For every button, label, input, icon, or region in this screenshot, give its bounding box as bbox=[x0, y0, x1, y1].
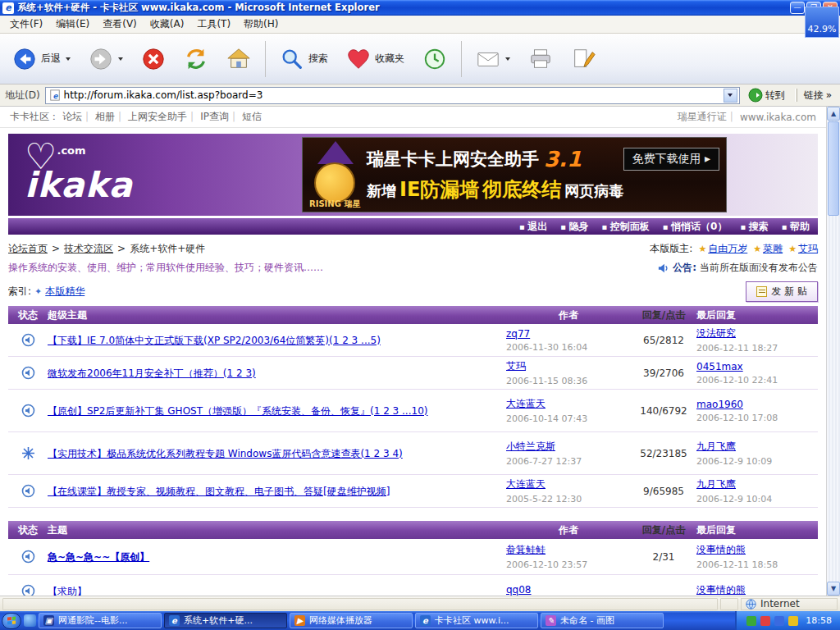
forward-dropdown-icon[interactable] bbox=[118, 57, 123, 61]
quicklink-forum[interactable]: 论坛 bbox=[62, 110, 92, 124]
thread-title-link[interactable]: 【求助】 bbox=[48, 586, 87, 596]
menu-file[interactable]: 文件(F) bbox=[3, 15, 49, 34]
tray-red-icon[interactable] bbox=[760, 616, 770, 626]
quicklink-assistant[interactable]: 上网安全助手 bbox=[128, 110, 197, 124]
quick-launch-icon[interactable] bbox=[24, 614, 36, 627]
back-button[interactable]: 后退 bbox=[8, 44, 75, 74]
print-button[interactable] bbox=[524, 44, 557, 74]
nav-search[interactable]: 搜索 bbox=[740, 220, 768, 234]
nav-private-message[interactable]: 悄悄话（0） bbox=[663, 220, 728, 234]
menu-edit[interactable]: 编辑(E) bbox=[49, 15, 96, 34]
stop-button[interactable] bbox=[137, 44, 170, 74]
menu-view[interactable]: 查看(V) bbox=[96, 15, 144, 34]
links-bar[interactable]: 链接 » bbox=[804, 89, 835, 103]
moderator-link[interactable]: 艾玛 bbox=[798, 242, 818, 256]
last-reply-link[interactable]: 没法研究 bbox=[696, 326, 818, 340]
scrollbar-track[interactable] bbox=[827, 217, 840, 582]
home-button[interactable] bbox=[222, 44, 255, 74]
quicklink-ikaka-home[interactable]: www.ikaka.com bbox=[740, 112, 816, 123]
last-reply-link[interactable]: 没事情的熊 bbox=[696, 583, 818, 596]
nav-logout[interactable]: 退出 bbox=[519, 220, 547, 234]
site-header-banner: ♡.com ikaka 瑞星卡卡上网安全助手 3.1 免费下载使用 bbox=[8, 134, 818, 216]
go-button[interactable]: 转到 bbox=[745, 88, 788, 103]
last-reply-link[interactable]: 0451max bbox=[696, 361, 818, 372]
moderator-link[interactable]: 菜雕 bbox=[763, 242, 783, 256]
task-label: 系统+软件+硬... bbox=[184, 614, 253, 627]
post-date: 2006-11-30 16:04 bbox=[506, 342, 631, 353]
start-button[interactable] bbox=[2, 613, 21, 629]
search-button[interactable]: 搜索 bbox=[276, 44, 332, 74]
last-reply-link[interactable]: 九月飞鹰 bbox=[696, 477, 818, 491]
board-description: 操作系统的安装、使用、维护；常用软件使用经验、技巧；硬件资讯…… bbox=[8, 261, 658, 275]
author-link[interactable]: 小特兰克斯 bbox=[506, 440, 631, 454]
menu-help[interactable]: 帮助(H) bbox=[237, 15, 285, 34]
breadcrumb-home[interactable]: 论坛首页 bbox=[8, 242, 60, 256]
col-super-topic: 超级主题 bbox=[48, 308, 506, 322]
task-button[interactable]: ✎ 未命名 - 画图 bbox=[541, 613, 664, 628]
task-button[interactable]: ▣ 网通影院--电影... bbox=[39, 613, 162, 628]
last-reply-link[interactable]: mao1960 bbox=[696, 399, 818, 410]
menu-tools[interactable]: 工具(T) bbox=[190, 15, 237, 34]
task-button[interactable]: e 卡卡社区 www.i... bbox=[415, 613, 538, 628]
scrollbar-thumb[interactable] bbox=[828, 121, 839, 216]
links-grip[interactable] bbox=[795, 89, 797, 102]
quicklink-ipquery[interactable]: IP查询 bbox=[200, 110, 239, 124]
links-label: 链接 bbox=[804, 89, 824, 103]
back-dropdown-icon[interactable] bbox=[66, 57, 71, 61]
scroll-up-button[interactable]: ▲ bbox=[827, 107, 840, 121]
mail-dropdown-icon[interactable] bbox=[505, 57, 510, 61]
author-link[interactable]: 艾玛 bbox=[506, 359, 631, 373]
forum-navbar: 退出 隐身 控制面板 悄悄话（0） 搜索 帮助 bbox=[8, 218, 818, 235]
table-row: 【实用技术】极品系统优化系列教程专题 Windows蓝屏代码含意速查表(1 2 … bbox=[8, 432, 818, 475]
quicklink-album[interactable]: 相册 bbox=[95, 110, 125, 124]
refresh-button[interactable] bbox=[180, 44, 212, 74]
moderator-link[interactable]: 自由万岁 bbox=[708, 242, 747, 256]
task-button[interactable]: ▶ 网络媒体播放器 bbox=[290, 613, 413, 628]
address-input[interactable] bbox=[64, 89, 720, 101]
logo-text: ikaka bbox=[25, 168, 133, 203]
thread-title-link[interactable]: 【原创】SP2后更新补丁集 GHOST（增强版）『系统安装、备份、恢复』(1 2… bbox=[48, 405, 427, 417]
thread-title-link[interactable]: 急~急~急~~【原创】 bbox=[48, 551, 149, 563]
mail-button[interactable] bbox=[472, 44, 514, 74]
quicklink-sms[interactable]: 短信 bbox=[242, 110, 262, 124]
author-link[interactable]: qq08 bbox=[506, 584, 631, 596]
last-reply-link[interactable]: 没事情的熊 bbox=[696, 543, 818, 557]
nav-invisible[interactable]: 隐身 bbox=[560, 220, 588, 234]
clock: 18:58 bbox=[806, 615, 832, 626]
breadcrumb-current: 系统+软件+硬件 bbox=[130, 242, 205, 256]
nav-control-panel[interactable]: 控制面板 bbox=[602, 220, 650, 234]
ikaka-logo[interactable]: ♡.com ikaka bbox=[25, 139, 133, 203]
menu-favorites[interactable]: 收藏(A) bbox=[144, 15, 191, 34]
thread-title-link[interactable]: 【下载】IE 7.0简体中文正式版下载(XP SP2/2003/64位简繁英)(… bbox=[48, 335, 381, 346]
tray-blue-icon[interactable] bbox=[774, 616, 784, 626]
thread-title-link[interactable]: 【在线课堂】教授专家、视频教程、图文教程、电子图书、答疑[硬盘维护视频] bbox=[48, 486, 390, 497]
thread-title-link[interactable]: 【实用技术】极品系统优化系列教程专题 Windows蓝屏代码含意速查表(1 2 … bbox=[48, 448, 403, 459]
vertical-scrollbar[interactable]: ▲ ▼ bbox=[826, 107, 840, 596]
nav-help[interactable]: 帮助 bbox=[782, 220, 810, 234]
new-post-button[interactable]: 发 新 贴 bbox=[746, 281, 818, 302]
post-date: 2006-11-15 08:36 bbox=[506, 376, 631, 386]
tray-shield-icon[interactable] bbox=[746, 616, 756, 626]
author-link[interactable]: 大连蓝天 bbox=[506, 477, 631, 491]
minimize-button[interactable]: — bbox=[790, 2, 805, 14]
task-button-active[interactable]: e 系统+软件+硬... bbox=[164, 613, 287, 628]
favorites-button[interactable]: 收藏夹 bbox=[342, 44, 409, 74]
ad-download-button[interactable]: 免费下载使用 ▸ bbox=[623, 148, 719, 171]
history-button[interactable] bbox=[418, 44, 451, 74]
quicklink-rising-pass[interactable]: 瑞星通行证 bbox=[678, 110, 737, 124]
tray-yellow-icon[interactable] bbox=[788, 616, 798, 626]
scroll-down-button[interactable]: ▼ bbox=[827, 582, 840, 596]
thread-title-link[interactable]: 微软发布2006年11月安全补丁（推荐）(1 2 3) bbox=[48, 368, 256, 379]
author-link[interactable]: 畚箕鲑鲑 bbox=[506, 543, 631, 557]
author-link[interactable]: 大连蓝天 bbox=[506, 397, 631, 411]
address-dropdown-button[interactable] bbox=[724, 89, 737, 103]
ad-banner[interactable]: 瑞星卡卡上网安全助手 3.1 免费下载使用 ▸ 新增 IE防漏墙 彻底终结 网页… bbox=[302, 137, 727, 212]
breadcrumb-section[interactable]: 技术交流区 bbox=[64, 242, 126, 256]
edit-button[interactable] bbox=[567, 44, 600, 74]
author-link[interactable]: zq77 bbox=[506, 328, 631, 340]
board-digest-link[interactable]: 本版精华 bbox=[45, 285, 84, 299]
last-reply-link[interactable]: 九月飞鹰 bbox=[696, 440, 818, 454]
replies-count: 9/65985 bbox=[631, 486, 696, 497]
browser-window: e 系统+软件+硬件 - 卡卡社区 www.ikaka.com - Micros… bbox=[0, 0, 840, 630]
forward-button[interactable] bbox=[84, 44, 127, 74]
